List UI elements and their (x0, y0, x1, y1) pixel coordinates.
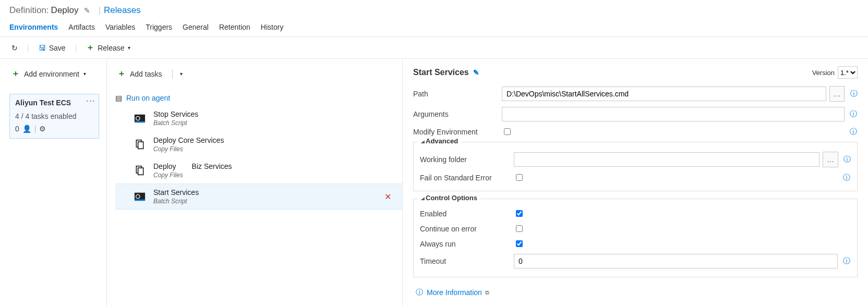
info-icon[interactable]: ⓘ (842, 173, 851, 182)
path-input[interactable] (502, 87, 826, 101)
plus-icon: ＋ (117, 68, 126, 79)
tab-history[interactable]: History (261, 20, 284, 36)
release-label: Release (98, 44, 124, 52)
task-list: Stop Services Batch Script Deploy Core S… (115, 105, 402, 210)
add-environment-label: Add environment (24, 70, 79, 78)
save-icon: 🖫 (39, 44, 46, 52)
save-label: Save (49, 44, 66, 52)
modify-env-label: Modify Environment (413, 128, 502, 136)
toolbar: ↻ | 🖫 Save | ＋ Release ▾ (0, 37, 868, 59)
enabled-label: Enabled (420, 210, 514, 218)
tab-variables[interactable]: Variables (105, 20, 135, 36)
plus-icon: ＋ (11, 68, 20, 79)
more-info-label: More Information (427, 288, 482, 297)
tab-artifacts[interactable]: Artifacts (68, 20, 95, 36)
browse-button[interactable]: … (829, 86, 845, 102)
task-name-part1: Deploy (153, 162, 176, 170)
task-name: Start Services (153, 188, 199, 197)
main: ＋ Add environment ▾ ··· Aliyun Test ECS … (0, 59, 868, 306)
tab-retention[interactable]: Retention (219, 20, 250, 36)
plus-icon: ＋ (86, 42, 94, 53)
task-sub: Copy Files (153, 145, 183, 153)
version-select[interactable]: 1.* (838, 66, 858, 79)
chevron-down-icon[interactable]: ▾ (178, 69, 185, 79)
detail-title: Start Services (413, 68, 469, 77)
task-sub: Copy Files (153, 172, 183, 179)
browse-button[interactable]: … (823, 152, 838, 167)
tab-general[interactable]: General (183, 20, 209, 36)
enabled-checkbox[interactable] (516, 210, 523, 217)
refresh-icon: ↻ (11, 44, 18, 52)
add-tasks-button[interactable]: ＋ Add tasks (115, 65, 164, 82)
chevron-down-icon: ▾ (128, 45, 130, 51)
copy-icon (134, 164, 146, 177)
working-folder-input[interactable] (514, 152, 819, 167)
ellipsis-icon[interactable]: ··· (86, 97, 95, 105)
tab-bar: Environments Artifacts Variables Trigger… (0, 20, 868, 37)
task-item[interactable]: Stop Services Batch Script (115, 105, 402, 131)
task-name-part2: Biz Services (192, 162, 232, 170)
divider: | (27, 44, 29, 52)
arguments-label: Arguments (413, 110, 502, 118)
continue-checkbox[interactable] (516, 225, 523, 232)
tab-environments[interactable]: Environments (9, 20, 58, 36)
working-folder-label: Working folder (420, 155, 514, 164)
releases-link[interactable]: Releases (104, 5, 141, 16)
server-icon: ▤ (115, 94, 122, 102)
task-item[interactable]: Start Services Batch Script ✕ (115, 183, 402, 210)
refresh-button[interactable]: ↻ (9, 42, 20, 54)
task-name: DeployBiz Services (153, 162, 232, 170)
info-icon[interactable]: ⓘ (843, 256, 851, 266)
advanced-section: Advanced Working folder … ⓘ Fail on Stan… (413, 142, 858, 191)
environments-panel: ＋ Add environment ▾ ··· Aliyun Test ECS … (0, 59, 107, 306)
add-tasks-label: Add tasks (130, 70, 162, 78)
more-information-link[interactable]: ⓘ More Information ⧉ (413, 288, 489, 297)
pencil-icon[interactable]: ✎ (84, 6, 90, 15)
release-button[interactable]: ＋ Release ▾ (84, 40, 132, 55)
fail-checkbox[interactable] (516, 174, 523, 181)
continue-label: Continue on error (420, 225, 514, 233)
info-icon[interactable]: ⓘ (849, 127, 858, 137)
task-item[interactable]: Deploy Core Services Copy Files (115, 131, 402, 157)
divider: | (75, 44, 77, 52)
svg-rect-2 (135, 121, 145, 123)
info-icon[interactable]: ⓘ (850, 109, 858, 119)
always-checkbox[interactable] (516, 240, 523, 247)
info-icon[interactable]: ⓘ (850, 89, 858, 99)
divider: | (99, 5, 101, 16)
pencil-icon[interactable]: ✎ (473, 68, 479, 77)
task-item[interactable]: DeployBiz Services Copy Files (115, 157, 402, 183)
divider (172, 69, 173, 79)
modify-env-checkbox[interactable] (504, 128, 511, 135)
info-icon: ⓘ (415, 288, 424, 297)
version-label: Version (812, 69, 835, 77)
control-legend[interactable]: Control Options (418, 194, 480, 202)
timeout-label: Timeout (420, 257, 514, 265)
add-environment-button[interactable]: ＋ Add environment ▾ (9, 65, 88, 82)
advanced-legend[interactable]: Advanced (418, 137, 461, 145)
environment-card[interactable]: ··· Aliyun Test ECS 4 / 4 tasks enabled … (9, 94, 99, 139)
info-icon[interactable]: ⓘ (843, 155, 851, 164)
tab-triggers[interactable]: Triggers (146, 20, 172, 36)
task-name: Stop Services (153, 110, 198, 118)
gear-icon (134, 190, 146, 203)
arguments-input[interactable] (502, 107, 845, 121)
environment-status: 4 / 4 tasks enabled (15, 112, 93, 120)
run-on-agent-label: Run on agent (126, 94, 170, 102)
svg-rect-9 (135, 200, 145, 201)
detail-panel: Start Services ✎ Version 1.* Path … ⓘ Ar… (403, 59, 868, 306)
run-on-agent[interactable]: ▤ Run on agent (115, 94, 402, 102)
save-button[interactable]: 🖫 Save (37, 42, 68, 54)
svg-rect-6 (138, 168, 143, 175)
environment-title: Aliyun Test ECS (15, 99, 93, 107)
task-sub: Batch Script (153, 198, 187, 205)
person-icon: 👤 (22, 125, 31, 133)
external-link-icon: ⧉ (485, 289, 489, 296)
path-label: Path (413, 90, 502, 98)
trigger-icon[interactable]: ⚙ (39, 125, 46, 133)
definition-label: Definition: (9, 5, 49, 16)
timeout-input[interactable] (514, 254, 838, 268)
definition-name: Deploy (51, 5, 79, 16)
remove-icon[interactable]: ✕ (384, 192, 391, 202)
copy-icon (134, 138, 146, 151)
